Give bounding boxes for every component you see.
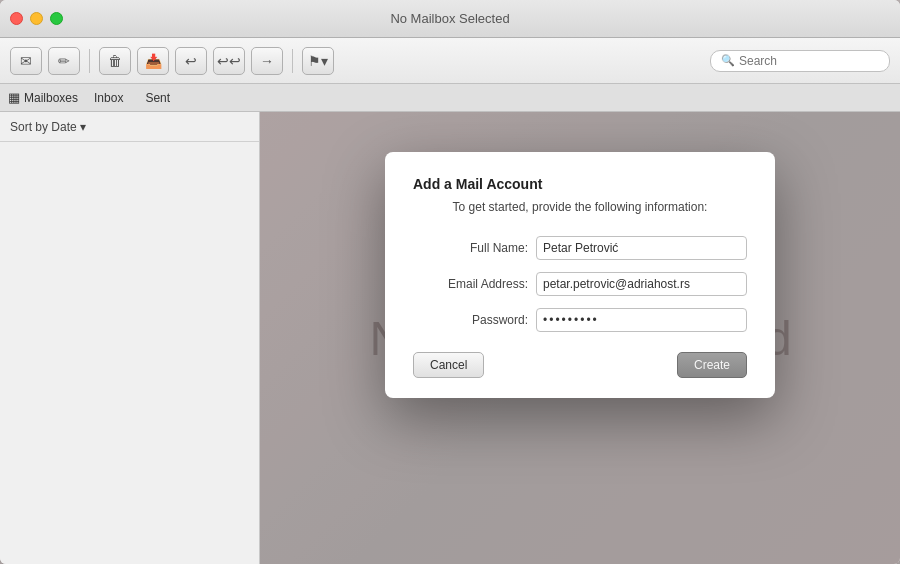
full-name-input[interactable] <box>536 236 747 260</box>
email-row: Email Address: <box>413 272 747 296</box>
dialog-footer: Cancel Create <box>413 352 747 378</box>
full-name-row: Full Name: <box>413 236 747 260</box>
delete-button[interactable]: 🗑 <box>99 47 131 75</box>
toolbar-separator-1 <box>89 49 90 73</box>
close-button[interactable] <box>10 12 23 25</box>
nav-tabs: ▦ Mailboxes Inbox Sent <box>0 84 900 112</box>
password-label: Password: <box>413 313 528 327</box>
toolbar: ✉ ✏ 🗑 📥 ↩ ↩↩ → ⚑ ▾ 🔍 <box>0 38 900 84</box>
search-input[interactable] <box>739 54 879 68</box>
search-bar[interactable]: 🔍 <box>710 50 890 72</box>
search-icon: 🔍 <box>721 54 735 67</box>
email-input[interactable] <box>536 272 747 296</box>
password-row: Password: <box>413 308 747 332</box>
sort-bar[interactable]: Sort by Date ▾ <box>0 112 259 142</box>
cancel-button[interactable]: Cancel <box>413 352 484 378</box>
titlebar: No Mailbox Selected <box>0 0 900 38</box>
dialog-title: Add a Mail Account <box>413 176 747 192</box>
sidebar: Sort by Date ▾ <box>0 112 260 564</box>
sort-label: Sort by Date <box>10 120 77 134</box>
forward-icon: → <box>260 53 274 69</box>
traffic-lights <box>10 12 63 25</box>
email-label: Email Address: <box>413 277 528 291</box>
reply-icon: ↩ <box>185 53 197 69</box>
reply-all-icon: ↩↩ <box>217 53 241 69</box>
mail-button[interactable]: ✉ <box>10 47 42 75</box>
mailboxes-label: Mailboxes <box>24 91 78 105</box>
mailboxes-grid-icon: ▦ <box>8 90 20 105</box>
inbox-tab[interactable]: Inbox <box>88 89 129 107</box>
forward-button[interactable]: → <box>251 47 283 75</box>
flag-button[interactable]: ⚑ ▾ <box>302 47 334 75</box>
reply-all-button[interactable]: ↩↩ <box>213 47 245 75</box>
add-mail-account-dialog: Add a Mail Account To get started, provi… <box>385 152 775 398</box>
modal-backdrop: Add a Mail Account To get started, provi… <box>260 112 900 564</box>
flag-chevron-icon: ▾ <box>321 53 328 69</box>
toolbar-separator-2 <box>292 49 293 73</box>
sent-tab[interactable]: Sent <box>139 89 176 107</box>
sent-label: Sent <box>145 91 170 105</box>
delete-icon: 🗑 <box>108 53 122 69</box>
dialog-subtitle: To get started, provide the following in… <box>413 200 747 214</box>
password-input[interactable] <box>536 308 747 332</box>
mailboxes-tab[interactable]: ▦ Mailboxes <box>8 90 78 105</box>
flag-icon: ⚑ <box>308 53 321 69</box>
archive-icon: 📥 <box>145 53 162 69</box>
minimize-button[interactable] <box>30 12 43 25</box>
sort-chevron-icon: ▾ <box>80 120 86 134</box>
main-window: No Mailbox Selected ✉ ✏ 🗑 📥 ↩ ↩↩ → ⚑ ▾ <box>0 0 900 564</box>
compose-icon: ✏ <box>58 53 70 69</box>
reply-button[interactable]: ↩ <box>175 47 207 75</box>
archive-button[interactable]: 📥 <box>137 47 169 75</box>
inbox-label: Inbox <box>94 91 123 105</box>
main-content: Sort by Date ▾ No Mailbox Selected Add a… <box>0 112 900 564</box>
sort-dropdown[interactable]: Sort by Date ▾ <box>10 120 86 134</box>
window-title: No Mailbox Selected <box>390 11 509 26</box>
right-content: No Mailbox Selected Add a Mail Account T… <box>260 112 900 564</box>
mail-icon: ✉ <box>20 53 32 69</box>
full-name-label: Full Name: <box>413 241 528 255</box>
maximize-button[interactable] <box>50 12 63 25</box>
compose-button[interactable]: ✏ <box>48 47 80 75</box>
create-button[interactable]: Create <box>677 352 747 378</box>
